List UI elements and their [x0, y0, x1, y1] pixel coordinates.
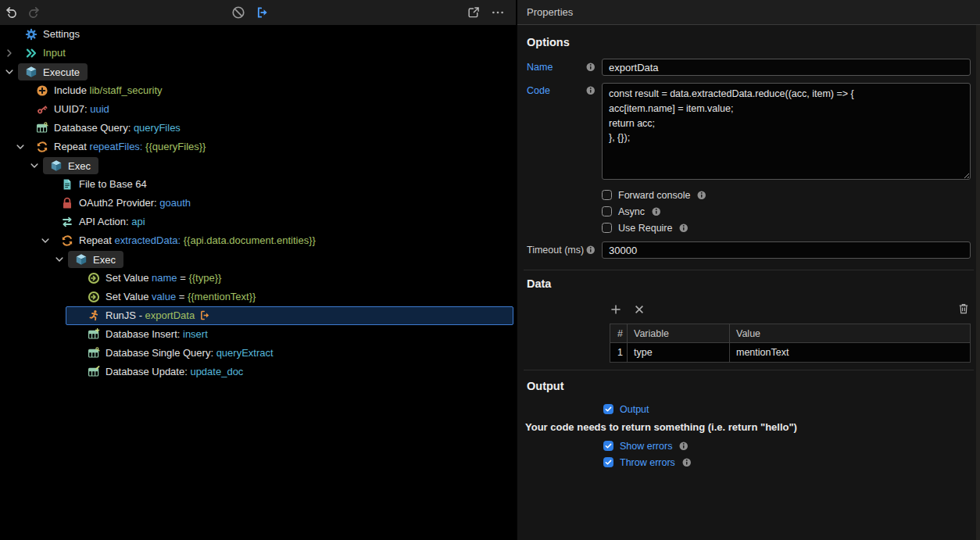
tree-item-runjs-exportdata[interactable]: RunJS - exportData [0, 306, 516, 325]
chevron-down-icon[interactable] [40, 235, 51, 246]
cube-icon [50, 159, 63, 172]
tree-item-database-insert[interactable]: Database Insert: insert [0, 325, 516, 344]
tree-item-label: Input [43, 44, 66, 63]
repeat-icon [61, 234, 73, 247]
undo-icon[interactable] [5, 5, 19, 20]
key-icon [36, 103, 48, 116]
async-checkbox[interactable] [602, 206, 612, 216]
tree-item-label: Database Query: queryFiles [54, 119, 181, 138]
toolbar-run-group [231, 0, 270, 25]
toolbar-history-group [5, 0, 41, 25]
tree-item-label: Database Insert: insert [106, 325, 208, 344]
tree-item-repeat-repeatfiles[interactable]: Repeat repeatFiles: {{queryFiles}} [0, 138, 516, 156]
timeout-label: Timeout (ms) [527, 245, 584, 256]
name-row: Name [527, 59, 971, 76]
data-heading: Data [527, 277, 971, 290]
share-icon[interactable] [467, 5, 481, 20]
properties-header: Properties [517, 0, 980, 25]
data-toolbar [610, 303, 971, 316]
info-icon[interactable] [696, 190, 707, 201]
info-icon[interactable] [585, 85, 596, 96]
name-input[interactable] [602, 59, 971, 76]
code-label: Code [527, 85, 550, 96]
show-errors-label: Show errors [620, 441, 672, 452]
use-require-checkbox[interactable] [602, 223, 612, 233]
tree-item-label: Exec [68, 160, 91, 172]
workflow-tree: SettingsInputExecuteInclude lib/staff_se… [0, 25, 516, 540]
return-note: Your code needs to return something (i.e… [525, 421, 971, 433]
tree-item-file-to-base-64[interactable]: File to Base 64 [0, 175, 516, 194]
gear-icon [25, 28, 38, 41]
tree-item-database-query-queryfiles[interactable]: Database Query: queryFiles [0, 119, 516, 138]
info-icon[interactable] [681, 457, 692, 468]
run-step-out-icon[interactable] [256, 5, 270, 20]
tree-item-database-update[interactable]: Database Update: update_doc [0, 363, 516, 381]
tree-item-set-value-value[interactable]: Set Value value = {{mentionText}} [0, 288, 516, 306]
info-icon[interactable] [585, 62, 596, 73]
tree-item-oauth2-provider[interactable]: OAuth2 Provider: goauth [0, 194, 516, 213]
tree-item-label: Exec [93, 254, 116, 266]
column-header-variable: Variable [628, 324, 730, 343]
option-checkbox-row-use-require: Use Require [602, 220, 971, 236]
checkbox-label: Async [618, 206, 645, 217]
remove-row-icon[interactable] [633, 303, 646, 316]
output-heading: Output [527, 380, 971, 392]
info-icon[interactable] [678, 223, 689, 234]
throw-errors-checkbox[interactable] [603, 457, 613, 467]
tree-item-api-action[interactable]: API Action: api [0, 213, 516, 231]
tree-pill: Exec [43, 157, 98, 174]
show-errors-row: Show errors [603, 438, 971, 454]
timeout-input[interactable] [602, 241, 971, 259]
chevron-down-icon[interactable] [4, 66, 15, 77]
tree-item-exec-2[interactable]: Exec [0, 250, 516, 269]
stop-disabled-icon[interactable] [231, 5, 245, 20]
tree-item-label: Execute [43, 66, 80, 78]
info-icon[interactable] [585, 245, 596, 256]
tree-item-repeat-extracteddata[interactable]: Repeat extractedData: {{api.data.documen… [0, 231, 516, 250]
more-options-icon[interactable] [491, 5, 505, 20]
timeout-row: Timeout (ms) [527, 241, 971, 259]
chevron-down-icon[interactable] [54, 254, 65, 265]
tree-item-execute[interactable]: Execute [0, 63, 516, 81]
chevron-right-icon[interactable] [4, 48, 15, 59]
tree-item-settings[interactable]: Settings [0, 25, 516, 44]
option-checkbox-row-forward-console: Forward console [602, 187, 971, 203]
code-editor[interactable]: const result = data.extractedData.reduce… [602, 83, 971, 180]
data-table-header: #VariableValue [610, 324, 971, 343]
code-row: Code const result = data.extractedData.r… [527, 83, 971, 180]
redo-icon[interactable] [27, 5, 41, 20]
chevron-down-icon[interactable] [29, 160, 40, 171]
app-window: SettingsInputExecuteInclude lib/staff_se… [0, 0, 980, 540]
tree-item-input[interactable]: Input [0, 44, 516, 63]
plus-circle-icon [36, 84, 48, 97]
tree-pill: Execute [18, 63, 88, 80]
tree-item-label: Set Value value = {{mentionText}} [106, 288, 256, 306]
tree-item-database-single-query[interactable]: Database Single Query: queryExtract [0, 344, 516, 363]
table-insert-icon [88, 328, 100, 341]
tree-item-include-lib-staff-security[interactable]: Include lib/staff_security [0, 81, 516, 100]
info-icon[interactable] [678, 441, 689, 452]
tree-item-set-value-name[interactable]: Set Value name = {{type}} [0, 269, 516, 288]
tree-item-uuid7[interactable]: UUID7: uuid [0, 100, 516, 119]
add-row-icon[interactable] [610, 303, 622, 316]
scrollbar[interactable] [976, 25, 980, 540]
chevron-down-icon[interactable] [15, 141, 26, 152]
info-icon[interactable] [651, 206, 662, 217]
checkbox-label: Forward console [618, 190, 690, 201]
data-table: #VariableValue 1typementionText [610, 324, 971, 363]
show-errors-checkbox[interactable] [603, 441, 613, 451]
tree-item-label: Settings [43, 25, 80, 44]
arrow-circle-icon [88, 272, 100, 284]
output-checkbox[interactable] [603, 404, 613, 414]
trash-icon[interactable] [957, 302, 970, 315]
output-checkbox-row: Output [603, 401, 971, 417]
table-row[interactable]: 1typementionText [610, 343, 971, 363]
tree-item-label: Repeat repeatFiles: {{queryFiles}} [54, 138, 206, 156]
tree-item-label: API Action: api [79, 213, 145, 231]
name-label: Name [527, 62, 553, 73]
tree-item-exec-1[interactable]: Exec [0, 156, 516, 175]
runner-icon [88, 309, 100, 322]
throw-errors-label: Throw errors [620, 457, 675, 468]
forward-console-checkbox[interactable] [602, 190, 612, 200]
swap-arrows-icon [61, 216, 73, 228]
